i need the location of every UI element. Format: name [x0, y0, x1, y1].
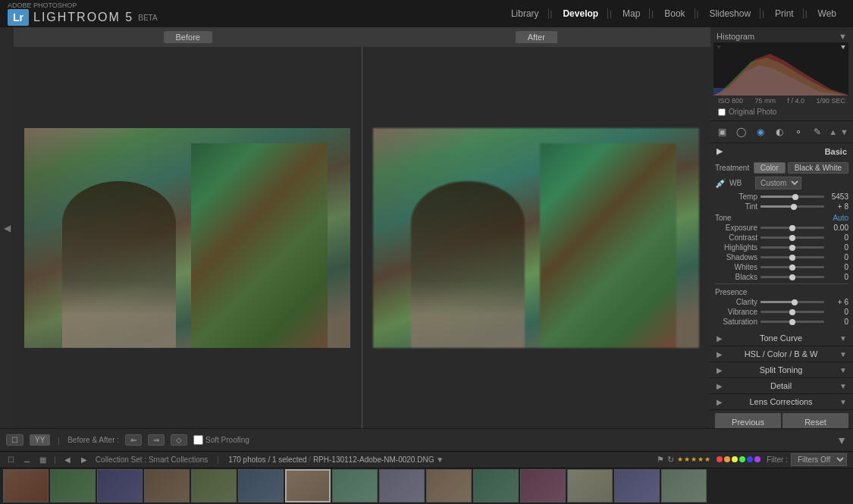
highlights-thumb[interactable] — [789, 245, 795, 251]
previous-button[interactable]: Previous — [715, 413, 781, 428]
spot-removal-tool[interactable]: ◯ — [734, 124, 748, 139]
copy-settings-btn[interactable]: ◇ — [171, 434, 187, 446]
basic-section-header[interactable]: ▶ Basic — [710, 143, 853, 159]
nav-book[interactable]: Book — [655, 8, 695, 19]
panel-expand-icon[interactable]: ▲ — [829, 127, 837, 136]
swap-before-after-btn[interactable]: ⇐ — [125, 434, 142, 446]
filmstrip-thumb-2[interactable] — [50, 469, 96, 502]
tint-track[interactable] — [760, 205, 824, 208]
filmstrip-grid-view[interactable]: ⚊ — [22, 455, 32, 464]
exposure-thumb[interactable] — [789, 225, 795, 231]
tint-thumb[interactable] — [791, 204, 797, 210]
red-filter[interactable] — [717, 456, 723, 462]
filmstrip-images — [0, 468, 853, 504]
filter-rotate-icon[interactable]: ↻ — [667, 455, 674, 465]
filmstrip-thumb-7[interactable] — [285, 469, 331, 502]
histogram-menu-icon[interactable]: ▼ — [839, 32, 847, 41]
clarity-track[interactable] — [760, 301, 824, 303]
tone-curve-panel[interactable]: ▶ Tone Curve ▼ — [710, 330, 853, 346]
blue-filter[interactable] — [747, 456, 753, 462]
wb-select[interactable]: Custom — [755, 177, 801, 189]
original-photo-row: Original Photo — [713, 106, 850, 117]
nav-prev-btn[interactable]: ◀ — [62, 455, 73, 464]
filmstrip-thumb-10[interactable] — [426, 469, 472, 502]
contrast-thumb[interactable] — [789, 235, 795, 241]
auto-btn[interactable]: Auto — [833, 214, 848, 222]
filter-select[interactable]: Filters Off — [791, 453, 847, 466]
detail-panel[interactable]: ▶ Detail ▼ — [710, 378, 853, 394]
filmstrip-thumb-14[interactable] — [614, 469, 660, 502]
highlights-value: 0 — [827, 243, 848, 252]
filmstrip-thumb-9[interactable] — [379, 469, 425, 502]
nav-web[interactable]: Web — [809, 8, 845, 19]
lens-corrections-panel[interactable]: ▶ Lens Corrections ▼ — [710, 394, 853, 410]
filmstrip-thumb-11[interactable] — [473, 469, 519, 502]
orange-filter[interactable] — [724, 456, 730, 462]
filmstrip-thumb-3[interactable] — [97, 469, 143, 502]
filmstrip-thumb-15[interactable] — [661, 469, 707, 502]
hsl-panel[interactable]: ▶ HSL / Color / B & W ▼ — [710, 346, 853, 362]
temp-thumb[interactable] — [792, 194, 798, 200]
yellow-filter[interactable] — [732, 456, 738, 462]
split-toning-panel[interactable]: ▶ Split Toning ▼ — [710, 362, 853, 378]
filmstrip-thumb-12[interactable] — [520, 469, 566, 502]
copy-to-before-btn[interactable]: ⇒ — [148, 434, 165, 446]
filter-flag-icon[interactable]: ⚑ — [657, 455, 664, 465]
left-panel-toggle[interactable]: ◀ — [4, 223, 11, 233]
grid-view-btn[interactable]: YY — [30, 434, 50, 446]
nav-print[interactable]: Print — [766, 8, 804, 19]
original-photo-checkbox[interactable] — [718, 108, 726, 116]
filmstrip-compare-view[interactable]: ▦ — [38, 455, 48, 464]
nav-library[interactable]: Library — [502, 8, 549, 19]
blacks-track[interactable] — [760, 276, 824, 278]
nav-develop[interactable]: Develop — [554, 8, 608, 19]
panel-menu-icon[interactable]: ▼ — [840, 127, 848, 136]
nav-slideshow[interactable]: Slideshow — [700, 8, 760, 19]
exposure-track[interactable] — [760, 227, 824, 229]
graduated-filter-tool[interactable]: ◐ — [772, 124, 786, 139]
crop-tool[interactable]: ▣ — [715, 124, 729, 139]
red-eye-tool[interactable]: ◉ — [753, 124, 767, 139]
whites-track[interactable] — [760, 266, 824, 268]
center-area: Before After — [14, 27, 710, 428]
green-filter[interactable] — [739, 456, 745, 462]
app-name: LIGHTROOM 5 — [33, 11, 133, 24]
filmstrip-single-view[interactable]: ☐ — [6, 455, 16, 464]
filmstrip-thumb-4[interactable] — [144, 469, 190, 502]
vibrance-track[interactable] — [760, 311, 824, 313]
saturation-thumb[interactable] — [789, 319, 795, 325]
filmstrip-thumb-5[interactable] — [191, 469, 237, 502]
nav-next-btn[interactable]: ▶ — [79, 455, 89, 464]
highlights-track[interactable] — [760, 246, 824, 249]
single-view-btn[interactable]: ☐ — [6, 434, 24, 446]
contrast-track[interactable] — [760, 236, 824, 239]
nav-map[interactable]: Map — [613, 8, 650, 19]
adjustment-brush-tool[interactable]: ✎ — [810, 124, 824, 139]
saturation-track[interactable] — [760, 321, 824, 323]
filmstrip-thumb-8[interactable] — [332, 469, 378, 502]
filmstrip-thumb-1[interactable] — [3, 469, 49, 502]
filmstrip-thumb-13[interactable] — [567, 469, 613, 502]
color-treatment-btn[interactable]: Color — [754, 162, 786, 174]
blacks-thumb[interactable] — [789, 274, 795, 280]
purple-filter[interactable] — [754, 456, 760, 462]
tint-slider-row: Tint + 8 — [715, 202, 848, 211]
filmstrip-thumb-6[interactable] — [238, 469, 284, 502]
radial-filter-tool[interactable]: ⚬ — [791, 124, 805, 139]
whites-thumb[interactable] — [789, 265, 795, 271]
bw-treatment-btn[interactable]: Black & White — [788, 162, 848, 174]
histogram-title: Histogram — [717, 32, 754, 41]
soft-proofing-checkbox[interactable] — [193, 435, 203, 445]
clarity-thumb[interactable] — [792, 299, 798, 305]
eyedropper-icon[interactable]: 💉 — [715, 178, 726, 189]
tint-value: + 8 — [827, 202, 848, 211]
toolbar-expand-icon[interactable]: ▼ — [836, 434, 847, 446]
shadows-thumb[interactable] — [789, 255, 795, 261]
filter-label: Filter : — [767, 455, 788, 464]
vibrance-thumb[interactable] — [789, 309, 795, 315]
before-label: Before — [164, 31, 212, 43]
shadows-track[interactable] — [760, 256, 824, 258]
file-dropdown-icon[interactable]: ▼ — [436, 455, 444, 464]
temp-track[interactable] — [760, 196, 824, 198]
reset-button[interactable]: Reset — [782, 413, 848, 428]
